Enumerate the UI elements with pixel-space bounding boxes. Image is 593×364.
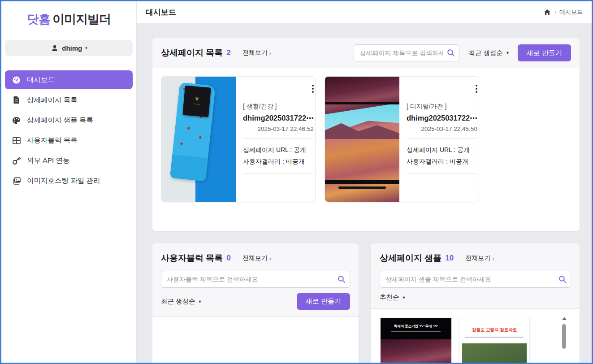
sidebar-item-external-api[interactable]: 외부 API 연동 [5,151,133,170]
sidebar-item-detail-pages[interactable]: 상세페이지 목록 [5,91,133,109]
document-icon [12,96,21,104]
section-count: 0 [226,254,230,263]
item-thumbnail-socks[interactable]: ♛ ~~~ [161,77,236,202]
item-thumbnail-canyon-tv[interactable] [325,77,399,202]
section-title: 상세페이지 목록 [161,47,223,59]
search-input[interactable] [354,44,459,61]
logo-text-dothome: 닷홈 [27,13,50,26]
section-title: 상세페이지 샘플 [380,252,442,264]
create-new-button[interactable]: 새로 만들기 [297,293,350,310]
samples-card: 상세페이지 샘플 10 전체보기 › [371,243,580,363]
chevron-right-icon: › [492,255,494,262]
item-title: dhimg2025031722⋯ [243,114,314,122]
top-header: 대시보드 › 대시보드 [137,1,592,23]
samples-scrollbar [562,317,567,349]
breadcrumb: › 대시보드 [543,8,583,17]
main-area: 대시보드 › 대시보드 상세페이지 목록 2 전체보기 › [137,1,592,363]
chevron-right-icon: › [269,50,271,56]
sock-brand-script: ~~~ [193,102,200,106]
samples-list: 화제의 중소기업 TV '두레 TV' 강원도 고랭지 찰토마토 [371,308,580,363]
sample-image-canyon [381,339,451,363]
view-all-link[interactable]: 전체보기 › [242,254,271,262]
sort-label: 최근 생성순 [468,49,503,57]
user-name: dhimg [62,44,82,52]
search-input[interactable] [161,271,350,288]
item-title: dhimg2025031722⋯ [407,114,477,122]
search-input[interactable] [380,271,571,288]
kebab-menu-icon[interactable] [475,84,478,94]
item-datetime: 2025-03-17 22:46:52 [243,126,314,132]
search-icon[interactable] [338,275,346,283]
divider [243,138,314,139]
search-icon[interactable] [558,275,567,283]
sample-title: 화제의 중소기업 TV '두레 TV' [381,324,451,329]
palette-icon [12,116,21,125]
content-area: 상세페이지 목록 2 전체보기 › 최근 생성순 ▼ [137,23,592,363]
samples-header: 상세페이지 샘플 10 전체보기 › [371,243,580,308]
tv-bezel-graphic [325,102,399,104]
app-logo[interactable]: 닷홈이미지빌더 [1,11,136,27]
grid-table-icon [12,136,21,145]
sidebar-item-label: 상세페이지 샘플 목록 [27,116,93,125]
item-info: [ 디지털/가전 ] dhimg2025031722⋯ 2025-03-17 2… [399,77,479,202]
samples-search [380,271,571,288]
divider [407,173,477,174]
scrollbar-thumb[interactable] [562,324,566,349]
sample-subtext-placeholder [465,337,524,338]
person-icon [50,44,59,52]
divider [243,173,314,174]
sort-dropdown[interactable]: 최근 생성순 ▼ [468,49,509,57]
view-all-link[interactable]: 전체보기 › [242,49,271,57]
sidebar-item-label: 상세페이지 목록 [27,95,78,105]
item-datetime: 2025-03-17 22:45:50 [407,126,477,132]
kebab-menu-icon[interactable] [311,84,315,94]
sidebar-item-label: 사용자블럭 목록 [27,136,78,145]
sidebar-item-label: 대시보드 [27,75,55,85]
item-url-status: 상세페이지 URL : 공개 [243,144,314,156]
item-category: [ 생활/건강 ] [243,103,314,111]
user-dropdown[interactable]: dhimg ▾ [5,40,133,56]
view-all-label: 전체보기 [465,254,490,262]
sample-subtext-placeholder [391,331,441,332]
item-gallery-status: 사용자갤러리 : 비공개 [407,156,477,168]
view-all-label: 전체보기 [242,49,268,57]
sort-dropdown[interactable]: 추천순 ▼ [380,293,406,302]
home-icon[interactable] [543,8,551,17]
item-info: [ 생활/건강 ] dhimg2025031722⋯ 2025-03-17 22… [236,77,316,202]
create-new-button[interactable]: 새로 만들기 [518,44,571,61]
detail-page-item[interactable]: ♛ ~~~ [ 생활/건강 ] dhimg2025031722⋯ 2025-03… [161,76,316,202]
sidebar-item-dashboard[interactable]: 대시보드 [5,70,133,89]
item-category: [ 디지털/가전 ] [407,103,477,111]
detail-pages-header: 상세페이지 목록 2 전체보기 › 최근 생성순 ▼ [152,38,580,68]
chevron-right-icon: › [269,255,271,262]
detail-pages-card: 상세페이지 목록 2 전체보기 › 최근 생성순 ▼ [152,38,580,231]
view-all-link[interactable]: 전체보기 › [465,254,494,262]
sort-dropdown[interactable]: 최근 생성순 ▼ [161,297,202,306]
breadcrumb-separator: › [554,9,556,15]
user-blocks-search [161,271,350,288]
dashboard-icon [12,76,21,84]
detail-page-item[interactable]: [ 디지털/가전 ] dhimg2025031722⋯ 2025-03-17 2… [325,76,479,202]
tv-bezel-graphic [325,180,399,184]
user-blocks-list-empty [152,316,359,363]
sidebar-item-user-blocks[interactable]: 사용자블럭 목록 [5,131,133,150]
scroll-up-arrow[interactable] [562,317,567,320]
sidebar-item-sample-pages[interactable]: 상세페이지 샘플 목록 [5,111,133,130]
section-title: 사용자블럭 목록 [161,252,223,264]
sample-image-tomatoes [462,343,527,363]
detail-pages-list: ♛ ~~~ [ 생활/건강 ] dhimg2025031722⋯ 2025-03… [152,68,580,231]
section-count: 10 [445,254,454,263]
sample-thumbnail-tomato[interactable]: 강원도 고랭지 찰토마토 [459,318,530,363]
sample-thumbnail-tv[interactable]: 화제의 중소기업 TV '두레 TV' [381,318,451,363]
sidebar-item-label: 이미지호스팅 파일 관리 [27,176,100,186]
sample-title: 강원도 고랭지 찰토마토 [459,327,529,333]
user-blocks-header: 사용자블럭 목록 0 전체보기 › [152,243,359,316]
sort-label: 추천순 [380,293,399,302]
crown-icon: ♛ [195,96,199,102]
search-icon[interactable] [447,49,455,57]
sidebar-item-image-hosting[interactable]: 이미지호스팅 파일 관리 [5,171,133,190]
tv-stand-graphic [338,186,386,189]
images-icon [12,177,21,185]
chevron-down-icon: ▾ [85,46,87,50]
bottom-row: 사용자블럭 목록 0 전체보기 › [152,243,580,363]
